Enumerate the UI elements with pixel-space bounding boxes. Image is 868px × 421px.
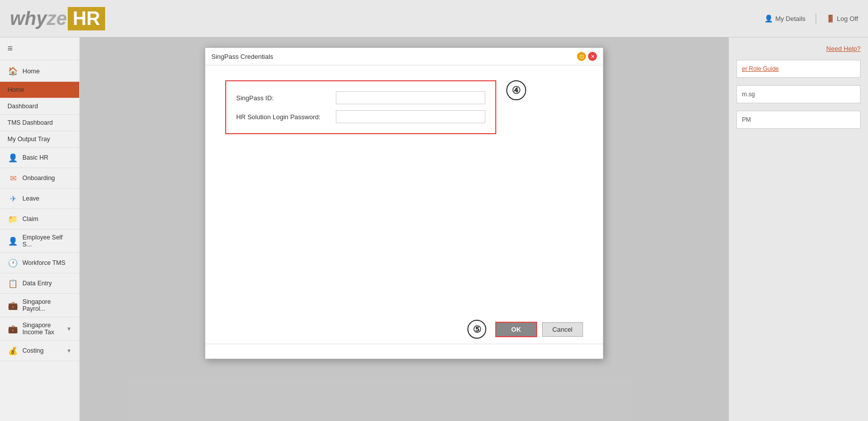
sidebar-item-basic-hr-label: Basic HR [22, 154, 72, 161]
logoff-icon: 🚪 [826, 14, 835, 22]
password-input[interactable] [336, 110, 485, 123]
top-bar: why ze HR 👤 My Details 🚪 Log Off [0, 0, 868, 37]
user-icon: 👤 [764, 14, 773, 22]
sg-payroll-icon: 💼 [7, 300, 18, 311]
sidebar-item-workforce-tms[interactable]: 🕐 Workforce TMS [0, 253, 79, 273]
singpass-id-label: SingPass ID: [236, 94, 336, 102]
email-box: m.sg [736, 85, 861, 103]
content-area: SingPass Credentials ⊡ ✕ [80, 37, 728, 421]
modal-controls: ⊡ ✕ [577, 52, 597, 61]
my-details-label: My Details [775, 15, 806, 22]
password-label: HR Solution Login Password: [236, 113, 336, 121]
main-layout: ≡ 🏠 Home Home Dashboard TMS Dashboard My… [0, 37, 868, 421]
step-4-number: ④ [512, 84, 521, 96]
leave-icon: ✈ [7, 193, 18, 204]
onboarding-icon: ✉ [7, 173, 18, 184]
log-off-link[interactable]: 🚪 Log Off [826, 14, 858, 22]
logo: why ze HR [10, 7, 105, 30]
role-guide-box: er Role Guide [736, 60, 861, 78]
top-divider [816, 13, 816, 23]
sidebar-item-onboarding-label: Onboarding [22, 175, 72, 182]
modal-backdrop: SingPass Credentials ⊡ ✕ [80, 37, 728, 421]
log-off-label: Log Off [837, 15, 858, 22]
logo-ze: ze [47, 8, 67, 29]
singpass-id-row: SingPass ID: [236, 91, 485, 104]
modal-body: SingPass ID: HR Solution Login Password:… [205, 65, 603, 315]
sidebar-item-ess[interactable]: 👤 Employee Self S... [0, 229, 79, 253]
sidebar-item-sg-payroll[interactable]: 💼 Singapore Payrol... [0, 294, 79, 317]
singpass-id-input[interactable] [336, 91, 485, 104]
step-5-number: ⑤ [473, 324, 481, 335]
sidebar-item-basic-hr[interactable]: 👤 Basic HR [0, 148, 79, 168]
sidebar-item-dashboard[interactable]: Dashboard [0, 98, 79, 115]
sidebar-item-data-entry-label: Data Entry [22, 280, 72, 287]
sidebar-item-leave-label: Leave [22, 195, 72, 202]
sidebar-item-workforce-label: Workforce TMS [22, 259, 72, 266]
modal-title: SingPass Credentials [211, 53, 273, 60]
sidebar-item-claim-label: Claim [22, 215, 72, 222]
sidebar-item-home-label: Home [22, 67, 72, 75]
modal-footer [205, 344, 603, 359]
time-box: PM [736, 111, 861, 129]
ess-icon: 👤 [7, 235, 18, 246]
sidebar-item-tms-dashboard[interactable]: TMS Dashboard [0, 115, 79, 131]
modal-button-row: ⑤ OK Cancel [205, 315, 603, 344]
modal-restore-button[interactable]: ⊡ [577, 52, 586, 61]
top-right-controls: 👤 My Details 🚪 Log Off [764, 13, 858, 23]
time-text: PM [742, 116, 751, 123]
costing-icon: 💰 [7, 345, 18, 356]
ok-button[interactable]: OK [495, 322, 537, 337]
need-help-link[interactable]: Need Help? [826, 45, 861, 52]
sidebar-item-dashboard-label: Dashboard [7, 103, 72, 110]
modal-close-button[interactable]: ✕ [588, 52, 597, 61]
sidebar-item-data-entry[interactable]: 📋 Data Entry [0, 273, 79, 294]
modal-titlebar: SingPass Credentials ⊡ ✕ [205, 48, 603, 65]
step-5-indicator: ⑤ [467, 320, 486, 339]
claim-icon: 📁 [7, 213, 18, 224]
sidebar-item-costing-label: Costing [22, 347, 62, 354]
logo-hr: HR [68, 7, 105, 30]
sidebar-item-costing[interactable]: 💰 Costing ▼ [0, 341, 79, 361]
sidebar-item-onboarding[interactable]: ✉ Onboarding [0, 168, 79, 189]
sg-income-chevron-icon: ▼ [66, 326, 72, 332]
sidebar-item-home[interactable]: 🏠 Home [0, 60, 79, 82]
sidebar-item-home-active-label: Home [7, 86, 72, 93]
sidebar-item-home-active[interactable]: Home [0, 82, 79, 98]
close-icon: ✕ [590, 53, 595, 60]
workforce-icon: 🕐 [7, 257, 18, 268]
singpass-credentials-dialog: SingPass Credentials ⊡ ✕ [205, 47, 603, 359]
costing-chevron-icon: ▼ [66, 348, 72, 354]
credentials-form-section: SingPass ID: HR Solution Login Password: [225, 80, 496, 134]
my-details-link[interactable]: 👤 My Details [764, 14, 806, 22]
sidebar-item-sg-income-tax[interactable]: 💼 Singapore Income Tax ▼ [0, 317, 79, 341]
sg-income-icon: 💼 [7, 323, 18, 334]
sidebar-item-sg-income-label: Singapore Income Tax [22, 322, 62, 336]
hamburger-menu[interactable]: ≡ [0, 37, 79, 60]
restore-icon: ⊡ [579, 53, 584, 60]
role-guide-link[interactable]: er Role Guide [742, 65, 779, 72]
sidebar-item-claim[interactable]: 📁 Claim [0, 209, 79, 229]
sidebar-item-leave[interactable]: ✈ Leave [0, 189, 79, 209]
step-4-indicator: ④ [506, 80, 526, 100]
basic-hr-icon: 👤 [7, 152, 18, 163]
cancel-button[interactable]: Cancel [542, 322, 583, 337]
data-entry-icon: 📋 [7, 278, 18, 289]
right-panel: Need Help? er Role Guide m.sg PM [728, 37, 868, 421]
home-icon: 🏠 [7, 65, 18, 76]
sidebar-item-sg-payroll-label: Singapore Payrol... [22, 298, 72, 312]
password-row: HR Solution Login Password: [236, 110, 485, 123]
sidebar-item-output-tray[interactable]: My Output Tray [0, 131, 79, 148]
sidebar: ≡ 🏠 Home Home Dashboard TMS Dashboard My… [0, 37, 80, 421]
sidebar-item-ess-label: Employee Self S... [22, 234, 72, 248]
email-text: m.sg [742, 91, 755, 98]
sidebar-item-tms-dashboard-label: TMS Dashboard [7, 119, 72, 126]
logo-why: why [10, 8, 47, 29]
sidebar-item-output-tray-label: My Output Tray [7, 136, 72, 143]
